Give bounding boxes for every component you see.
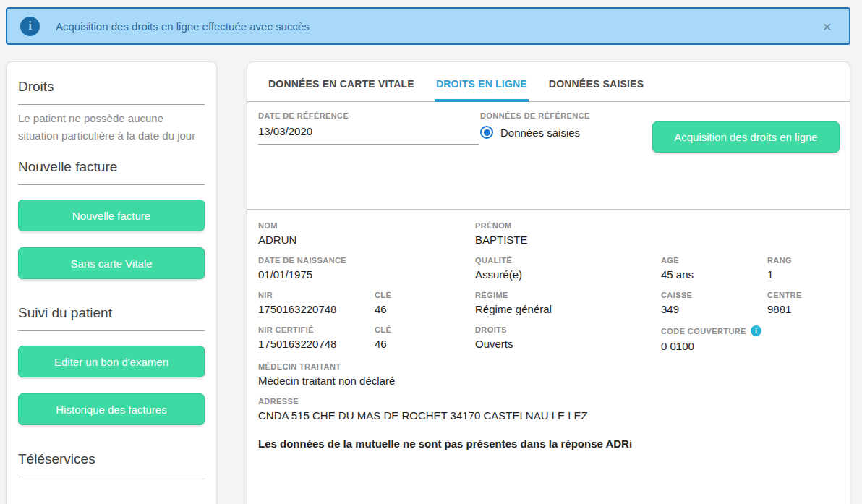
field-cle-nir-certifie-label: CLÉ [375,325,475,334]
field-qualite-value: Assuré(e) [475,268,661,281]
field-nir-label: NIR [258,291,375,299]
field-centre-value: 9881 [767,303,839,315]
donnees-reference-field: DONNÉES DE RÉFÉRENCE Données saisies [480,111,590,139]
field-code-couverture-label: CODE COUVERTURE [661,327,746,336]
field-adresse-label: ADRESSE [258,397,839,406]
divider [18,104,205,105]
sans-carte-vitale-button[interactable]: Sans carte Vitale [18,247,205,279]
field-cle-nir: CLÉ 46 [375,291,475,315]
field-rang-value: 1 [767,268,839,281]
field-cle-nir-certifie-value: 46 [375,338,475,350]
field-regime: RÉGIME Régime général [475,291,661,315]
donnees-reference-label: DONNÉES DE RÉFÉRENCE [480,111,590,120]
field-qualite: QUALITÉ Assuré(e) [475,256,661,281]
info-icon: i [20,17,40,36]
field-cle-nir-value: 46 [375,303,475,315]
field-caisse: CAISSE 349 [661,291,767,315]
tab-bar: DONNÉES EN CARTE VITALE DROITS EN LIGNE … [247,62,850,102]
editer-bon-examen-button[interactable]: Editer un bon d'examen [18,346,205,377]
divider [18,184,205,185]
field-regime-value: Régime général [475,303,661,315]
acquisition-droits-button[interactable]: Acquisition des droits en ligne [652,121,840,153]
banner-message: Acquisition des droits en ligne effectué… [56,20,310,33]
field-cle-nir-label: CLÉ [375,291,475,299]
field-nir-value: 1750163220748 [258,303,375,315]
field-centre: CENTRE 9881 [767,291,839,315]
field-centre-label: CENTRE [767,291,839,299]
date-reference-field: DATE DE RÉFÉRENCE 13/03/2020 [258,111,479,145]
field-date-naissance-value: 01/01/1975 [258,268,475,281]
field-nom-value: ADRUN [258,234,475,246]
field-caisse-label: CAISSE [661,291,767,299]
date-reference-input[interactable]: 13/03/2020 [258,120,479,145]
field-rang: RANG 1 [767,256,839,281]
field-medecin-traitant: MÉDECIN TRAITANT Médecin traitant non dé… [258,362,839,387]
field-code-couverture: CODE COUVERTURE i 0 0100 [661,325,839,352]
sidebar-section-droits-title: Droits [18,79,205,95]
field-code-couverture-value: 0 0100 [661,340,839,352]
field-rang-label: RANG [767,256,839,265]
field-droits: DROITS Ouverts [475,325,661,352]
divider [18,330,205,331]
date-reference-label: DATE DE RÉFÉRENCE [258,111,479,120]
field-droits-value: Ouverts [475,338,661,350]
donnees-saisies-radio-label: Données saisies [500,127,580,139]
close-icon[interactable]: × [819,17,836,35]
field-date-naissance: DATE DE NAISSANCE 01/01/1975 [258,256,475,281]
tab-donnees-en-carte-vitale[interactable]: DONNÉES EN CARTE VITALE [267,78,416,101]
tab-droits-en-ligne[interactable]: DROITS EN LIGNE [435,78,529,101]
field-nom-label: NOM [258,221,475,230]
success-banner: i Acquisition des droits en ligne effect… [6,7,850,45]
droits-status-text: Le patient ne possède aucune situation p… [18,110,205,145]
field-nom: NOM ADRUN [258,221,475,246]
nouvelle-facture-button[interactable]: Nouvelle facture [18,200,205,231]
field-nir-certifie: NIR CERTIFIÉ 1750163220748 [258,325,375,352]
patient-data: NOM ADRUN PRÉNOM BAPTISTE DATE DE NAISSA… [247,210,850,461]
field-adresse: ADRESSE CNDA 515 CHE DU MAS DE ROCHET 34… [258,397,839,422]
tab-donnees-saisies[interactable]: DONNÉES SAISIES [547,78,645,101]
sidebar-section-suivi-patient-title: Suivi du patient [18,305,205,321]
field-prenom-value: BAPTISTE [475,234,839,246]
field-prenom: PRÉNOM BAPTISTE [475,221,839,246]
mutuelle-note: Les données de la mutuelle ne sont pas p… [258,437,839,461]
field-regime-label: RÉGIME [475,291,661,299]
code-couverture-info-icon[interactable]: i [751,325,761,336]
field-prenom-label: PRÉNOM [475,221,839,230]
sidebar-section-nouvelle-facture-title: Nouvelle facture [18,159,205,175]
field-nir: NIR 1750163220748 [258,291,375,315]
field-cle-nir-certifie: CLÉ 46 [375,325,475,352]
radio-selected-dot [484,129,490,136]
field-age: AGE 45 ans [661,256,767,281]
field-date-naissance-label: DATE DE NAISSANCE [258,256,475,265]
field-age-value: 45 ans [661,268,767,281]
donnees-saisies-radio[interactable] [480,126,493,139]
field-medecin-traitant-label: MÉDECIN TRAITANT [258,362,839,371]
reference-form: DATE DE RÉFÉRENCE 13/03/2020 DONNÉES DE … [247,102,850,209]
field-nir-certifie-label: NIR CERTIFIÉ [258,325,375,334]
divider [18,477,205,477]
sidebar-section-teleservices-title: Téléservices [18,451,205,467]
field-droits-label: DROITS [475,325,661,334]
main-panel: DONNÉES EN CARTE VITALE DROITS EN LIGNE … [247,61,850,504]
field-nir-certifie-value: 1750163220748 [258,338,375,350]
field-adresse-value: CNDA 515 CHE DU MAS DE ROCHET 34170 CAST… [258,409,839,422]
sidebar: Droits Le patient ne possède aucune situ… [6,61,217,504]
field-age-label: AGE [661,256,767,265]
field-medecin-traitant-value: Médecin traitant non déclaré [258,375,839,387]
field-caisse-value: 349 [661,303,767,315]
field-qualite-label: QUALITÉ [475,256,661,265]
historique-factures-button[interactable]: Historique des factures [18,393,205,425]
